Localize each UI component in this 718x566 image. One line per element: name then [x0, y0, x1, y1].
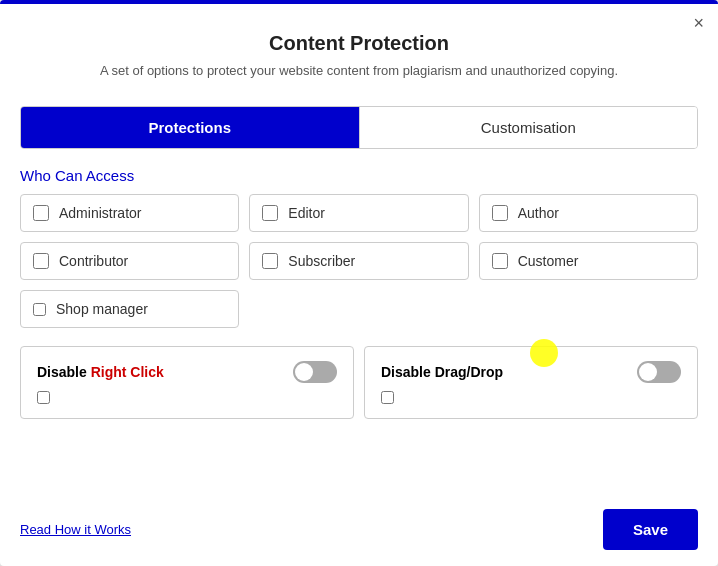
- last-checkbox-row: Shop manager: [20, 290, 698, 328]
- disable-drag-drop-sub-checkbox[interactable]: [381, 391, 394, 404]
- tab-bar: Protections Customisation: [20, 106, 698, 149]
- checkbox-administrator-input[interactable]: [33, 205, 49, 221]
- checkbox-contributor-label: Contributor: [59, 253, 128, 269]
- disable-right-click-toggle[interactable]: [293, 361, 337, 383]
- disable-right-click-plain: Disable: [37, 364, 91, 380]
- tab-protections[interactable]: Protections: [21, 107, 359, 148]
- protection-cards: Disable Right Click Disable Drag/Drop: [20, 346, 698, 419]
- checkbox-author[interactable]: Author: [479, 194, 698, 232]
- read-how-it-works-link[interactable]: Read How it Works: [20, 522, 131, 537]
- checkbox-subscriber-input[interactable]: [262, 253, 278, 269]
- checkboxes-grid: Administrator Editor Author Contributor …: [20, 194, 698, 280]
- checkbox-customer-input[interactable]: [492, 253, 508, 269]
- checkbox-contributor[interactable]: Contributor: [20, 242, 239, 280]
- disable-right-click-sub-checkbox[interactable]: [37, 391, 50, 404]
- disable-right-click-card: Disable Right Click: [20, 346, 354, 419]
- modal: × Content Protection A set of options to…: [0, 0, 718, 566]
- disable-right-click-highlight: Right Click: [91, 364, 164, 380]
- checkbox-customer-label: Customer: [518, 253, 579, 269]
- checkbox-editor-label: Editor: [288, 205, 325, 221]
- disable-drag-drop-card: Disable Drag/Drop: [364, 346, 698, 419]
- who-can-access-label: Who Can Access: [20, 167, 698, 184]
- disable-drag-drop-sub: [381, 391, 681, 404]
- checkbox-contributor-input[interactable]: [33, 253, 49, 269]
- checkbox-editor[interactable]: Editor: [249, 194, 468, 232]
- checkbox-author-label: Author: [518, 205, 559, 221]
- modal-footer: Read How it Works Save: [0, 493, 718, 566]
- modal-title: Content Protection: [20, 32, 698, 55]
- checkbox-administrator-label: Administrator: [59, 205, 141, 221]
- checkbox-subscriber[interactable]: Subscriber: [249, 242, 468, 280]
- close-button[interactable]: ×: [693, 14, 704, 32]
- checkbox-shop-manager[interactable]: Shop manager: [20, 290, 239, 328]
- tab-customisation[interactable]: Customisation: [360, 107, 698, 148]
- disable-right-click-sub: [37, 391, 337, 404]
- disable-right-click-title: Disable Right Click: [37, 364, 164, 380]
- modal-header: Content Protection A set of options to p…: [0, 4, 718, 88]
- disable-drag-drop-title: Disable Drag/Drop: [381, 364, 503, 380]
- save-button[interactable]: Save: [603, 509, 698, 550]
- disable-drag-drop-toggle[interactable]: [637, 361, 681, 383]
- checkbox-shop-manager-input[interactable]: [33, 303, 46, 316]
- checkbox-administrator[interactable]: Administrator: [20, 194, 239, 232]
- checkbox-customer[interactable]: Customer: [479, 242, 698, 280]
- checkbox-editor-input[interactable]: [262, 205, 278, 221]
- disable-right-click-header: Disable Right Click: [37, 361, 337, 383]
- modal-subtitle: A set of options to protect your website…: [20, 63, 698, 78]
- checkbox-shop-manager-label: Shop manager: [56, 301, 148, 317]
- checkbox-subscriber-label: Subscriber: [288, 253, 355, 269]
- checkbox-author-input[interactable]: [492, 205, 508, 221]
- disable-drag-drop-header: Disable Drag/Drop: [381, 361, 681, 383]
